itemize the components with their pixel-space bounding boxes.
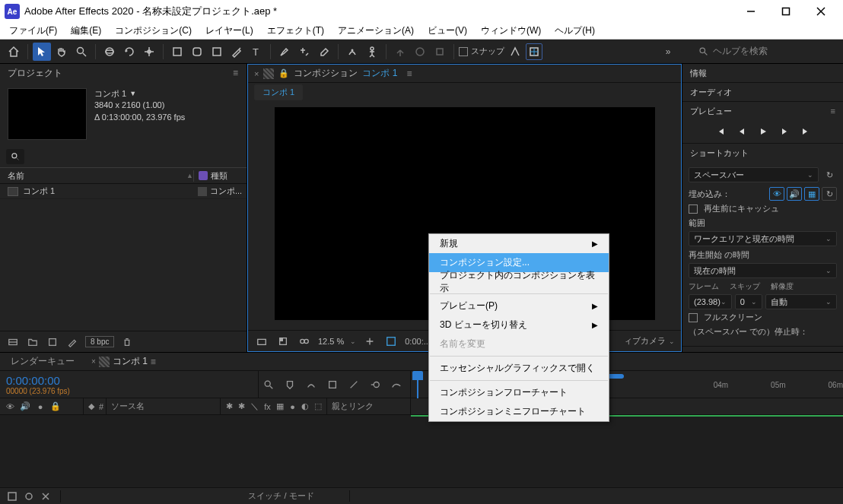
- embed-loop-icon[interactable]: ↻: [822, 187, 837, 201]
- minimize-button[interactable]: [733, 0, 768, 23]
- transparency-grid-icon[interactable]: [383, 334, 399, 348]
- solo-col-icon[interactable]: ●: [35, 402, 46, 411]
- menu-view[interactable]: ビュー(V): [422, 23, 473, 39]
- clone-tool-icon[interactable]: [295, 43, 313, 61]
- menu-edit[interactable]: 編集(E): [65, 23, 107, 39]
- menu-layer[interactable]: レイヤー(L): [199, 23, 259, 39]
- menu-effect[interactable]: エフェクト(T): [261, 23, 330, 39]
- lock-icon[interactable]: 🔒: [278, 68, 289, 78]
- mask-tool-icon[interactable]: [168, 43, 186, 61]
- current-timecode[interactable]: 0:00:00:00: [6, 374, 252, 387]
- close-tab-icon[interactable]: ×: [254, 69, 259, 78]
- resolution-icon[interactable]: [362, 334, 377, 348]
- menu-help[interactable]: ヘルプ(H): [549, 23, 601, 39]
- embed-video-icon[interactable]: 👁: [769, 187, 784, 201]
- snap-toggle[interactable]: スナップ: [459, 46, 504, 57]
- panel-grip-icon[interactable]: [99, 357, 110, 367]
- last-frame-icon[interactable]: [799, 125, 813, 138]
- close-tab-icon[interactable]: ×: [91, 357, 96, 366]
- switch-mode-toggle[interactable]: スイッチ / モード: [248, 490, 313, 502]
- anchor-tool-icon[interactable]: [140, 43, 158, 61]
- project-search-icon[interactable]: [6, 149, 24, 164]
- expand-panels-icon[interactable]: »: [660, 46, 676, 57]
- embed-overlay-icon[interactable]: ▦: [804, 187, 819, 201]
- help-search[interactable]: ヘルプを検索: [694, 43, 838, 59]
- label-badge-icon[interactable]: [199, 171, 208, 180]
- interpret-footage-icon[interactable]: [6, 335, 20, 349]
- rotate-tool-icon[interactable]: [120, 43, 138, 61]
- ctx-open-essential-graphics[interactable]: エッセンシャルグラフィックスで開く: [429, 359, 609, 378]
- project-item-row[interactable]: コンポ 1 コンポ...: [0, 184, 247, 199]
- play-icon[interactable]: [756, 125, 770, 138]
- cache-checkbox[interactable]: [689, 204, 698, 214]
- frame-blend-icon[interactable]: [346, 377, 361, 392]
- prev-frame-icon[interactable]: [735, 125, 749, 138]
- panel-menu-icon[interactable]: ≡: [151, 357, 156, 367]
- toggle-modes-icon[interactable]: [23, 490, 35, 502]
- snap-grid-icon[interactable]: [526, 43, 542, 60]
- timeline-body[interactable]: [0, 415, 843, 487]
- adjust-icon[interactable]: [65, 335, 79, 349]
- delete-icon[interactable]: [120, 335, 134, 349]
- panel-grip-icon[interactable]: [263, 68, 274, 79]
- camera-select[interactable]: ィブカメラ: [624, 335, 666, 347]
- orbit-tool-icon[interactable]: [100, 43, 119, 61]
- comp-marker-icon[interactable]: [282, 377, 297, 392]
- reset-shortcut-icon[interactable]: ↻: [822, 168, 837, 182]
- ctx-preview[interactable]: プレビュー(P)▶: [429, 296, 609, 315]
- magnification-icon[interactable]: [254, 334, 269, 348]
- flow-tab[interactable]: コンポ 1: [254, 84, 303, 100]
- col-type-header[interactable]: 種類: [211, 170, 227, 182]
- tab-render-queue[interactable]: レンダーキュー: [6, 353, 79, 369]
- maximize-button[interactable]: [768, 0, 803, 23]
- panel-menu-icon[interactable]: ≡: [831, 106, 835, 116]
- zoom-tool-icon[interactable]: [72, 43, 91, 61]
- lock-col-icon[interactable]: 🔒: [50, 401, 61, 411]
- toggle-in-out-icon[interactable]: [40, 490, 52, 502]
- fullscreen-checkbox[interactable]: [689, 313, 698, 322]
- col-name-header[interactable]: 名前: [8, 170, 24, 182]
- dropdown-icon[interactable]: ▼: [129, 89, 136, 99]
- eye-col-icon[interactable]: 👁: [5, 402, 15, 411]
- new-folder-icon[interactable]: [26, 335, 40, 349]
- panel-menu-icon[interactable]: ≡: [233, 68, 239, 78]
- resolution-select[interactable]: 自動⌄: [765, 294, 837, 309]
- mask-view-icon[interactable]: [297, 334, 312, 348]
- menu-window[interactable]: ウィンドウ(W): [475, 23, 547, 39]
- ctx-reveal-in-project[interactable]: プロジェクト内のコンポジションを表示: [429, 272, 609, 291]
- ctx-new[interactable]: 新規▶: [429, 234, 609, 253]
- frame-select[interactable]: (23.98)⌄: [689, 294, 732, 309]
- search-layers-icon[interactable]: [261, 377, 276, 392]
- audio-col-icon[interactable]: 🔊: [20, 401, 30, 411]
- panel-menu-icon[interactable]: ≡: [406, 68, 412, 79]
- menu-animation[interactable]: アニメーション(A): [332, 23, 420, 39]
- toggle-switches-icon[interactable]: [6, 490, 18, 502]
- roto-tool-icon[interactable]: [343, 43, 361, 61]
- ctx-switch-3d-view[interactable]: 3D ビューを切り替え▶: [429, 315, 609, 334]
- close-button[interactable]: [803, 0, 838, 23]
- current-time-indicator[interactable]: [412, 371, 423, 398]
- motion-blur-icon[interactable]: [367, 377, 383, 392]
- embed-audio-icon[interactable]: 🔊: [787, 187, 802, 201]
- first-frame-icon[interactable]: [714, 125, 727, 138]
- pen-tool-icon[interactable]: [227, 43, 246, 61]
- roundrect-tool-icon[interactable]: [188, 43, 206, 61]
- tab-comp[interactable]: × コンポ 1 ≡: [87, 353, 161, 369]
- graph-editor-icon[interactable]: [389, 377, 404, 392]
- comp-tab-link[interactable]: コンポ 1: [362, 67, 397, 80]
- zoom-value[interactable]: 12.5 %: [318, 337, 344, 346]
- menu-composition[interactable]: コンポジション(C): [109, 23, 198, 39]
- shy-icon[interactable]: [304, 377, 319, 392]
- hand-tool-icon[interactable]: [52, 43, 71, 61]
- selection-tool-icon[interactable]: [33, 43, 51, 61]
- draft3d-icon[interactable]: [325, 377, 340, 392]
- range-select[interactable]: ワークエリアと現在の時間⌄: [689, 231, 837, 246]
- channel-icon[interactable]: [275, 334, 291, 348]
- shape-tool-icon[interactable]: [208, 43, 226, 61]
- puppet-tool-icon[interactable]: [363, 43, 381, 61]
- ctx-comp-mini-flowchart[interactable]: コンポジションミニフローチャート: [429, 402, 609, 421]
- viewer-timecode[interactable]: 0:00:...: [405, 337, 431, 346]
- ctx-comp-flowchart[interactable]: コンポジションフローチャート: [429, 383, 609, 402]
- playstart-select[interactable]: 現在の時間⌄: [689, 263, 837, 278]
- menu-file[interactable]: ファイル(F): [3, 23, 63, 39]
